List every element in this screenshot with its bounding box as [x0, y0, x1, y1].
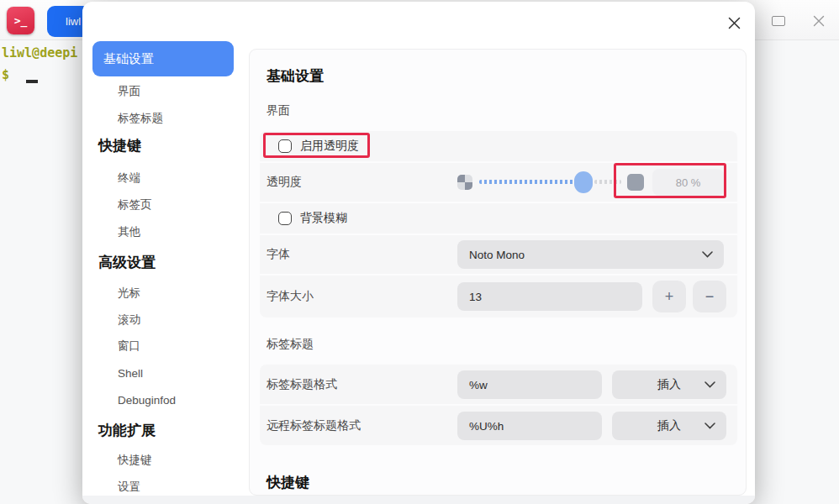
settings-sidebar: 基础设置 界面 标签标题 快捷键 终端 标签页 其他 高级设置 光标 滚动 窗口…	[82, 2, 249, 504]
sidebar-item-terminal[interactable]: 终端	[118, 169, 140, 187]
terminal-cursor	[26, 80, 38, 83]
close-icon	[813, 15, 825, 27]
chevron-down-icon	[704, 381, 715, 388]
page-title: 基础设置	[266, 66, 324, 86]
font-size-decrease-button[interactable]: −	[693, 281, 726, 312]
sidebar-header-shortcuts[interactable]: 快捷键	[98, 134, 141, 156]
blur-checkbox-group[interactable]: 背景模糊	[278, 211, 347, 226]
transparent-checker-icon	[457, 175, 472, 190]
sidebar-item-label: Debuginfod	[118, 394, 176, 407]
sidebar-item-label: 基础设置	[103, 51, 154, 67]
row-tab-title-format: 标签标题格式 %w 插入	[260, 365, 737, 404]
tab-title-insert-select[interactable]: 插入	[612, 370, 726, 399]
sidebar-item-label: 窗口	[118, 339, 140, 354]
row-background-blur: 背景模糊	[260, 203, 737, 234]
terminal-close-button[interactable]	[806, 10, 831, 32]
opaque-square-icon	[627, 174, 644, 191]
row-remote-tab-title-format: 远程标签标题格式 %U%h 插入	[260, 406, 737, 445]
sidebar-item-label: 设置	[118, 480, 140, 495]
opacity-value-field[interactable]: 80 %	[652, 169, 724, 196]
opacity-slider-track-empty[interactable]	[594, 180, 621, 184]
terminal-app-icon: >_	[7, 7, 34, 34]
sidebar-item-window[interactable]: 窗口	[118, 337, 140, 355]
sidebar-header-label: 功能扩展	[98, 421, 156, 440]
opacity-slider-thumb[interactable]	[574, 171, 593, 193]
maximize-button[interactable]	[766, 10, 791, 32]
dialog-close-button[interactable]	[722, 11, 746, 34]
sidebar-item-label: 光标	[118, 286, 140, 301]
sidebar-item-basic-settings[interactable]: 基础设置	[92, 41, 234, 76]
transparency-checkbox-label: 启用透明度	[300, 139, 359, 154]
font-size-increase-button[interactable]: +	[652, 281, 686, 312]
sidebar-item-tab-page[interactable]: 标签页	[118, 196, 152, 214]
section-label-tab-title: 标签标题	[266, 337, 314, 352]
terminal-tab-label: liwl	[66, 15, 81, 28]
opacity-label: 透明度	[266, 175, 302, 190]
sidebar-item-cursor[interactable]: 光标	[118, 284, 140, 302]
opacity-slider-track-filled[interactable]	[479, 180, 574, 184]
font-size-value: 13	[469, 291, 482, 303]
sidebar-header-extensions[interactable]: 功能扩展	[98, 419, 156, 441]
sidebar-item-debuginfod[interactable]: Debuginfod	[118, 391, 176, 409]
settings-dialog: 基础设置 界面 标签标题 快捷键 终端 标签页 其他 高级设置 光标 滚动 窗口…	[82, 2, 755, 504]
tab-title-format-label: 标签标题格式	[266, 377, 337, 392]
sidebar-item-label: 其他	[118, 224, 140, 239]
sidebar-item-others[interactable]: 其他	[118, 223, 140, 241]
sidebar-header-label: 高级设置	[98, 253, 156, 272]
sidebar-item-label: 快捷键	[118, 453, 152, 468]
row-opacity: 透明度 80 %	[260, 163, 737, 202]
terminal-output-line: liwl@deepi	[2, 45, 77, 60]
sidebar-header-advanced[interactable]: 高级设置	[98, 251, 156, 273]
sidebar-item-shell[interactable]: Shell	[118, 364, 143, 382]
section-title-shortcuts: 快捷键	[266, 473, 309, 492]
plus-icon: +	[665, 288, 674, 306]
font-select[interactable]: Noto Mono	[457, 240, 724, 269]
opacity-value: 80 %	[676, 176, 701, 189]
sidebar-item-label: 终端	[118, 171, 140, 186]
sidebar-item-scroll[interactable]: 滚动	[118, 311, 140, 329]
screen: >_ liwl liwl@deepi $ 基础设置 界面 标签标题	[0, 0, 839, 504]
remote-tab-title-format-input[interactable]: %U%h	[457, 412, 602, 440]
font-size-label: 字体大小	[266, 289, 314, 304]
close-icon	[728, 17, 741, 29]
blur-checkbox[interactable]	[278, 212, 292, 225]
tab-title-format-input[interactable]: %w	[457, 370, 602, 399]
chevron-down-icon	[702, 251, 713, 258]
sidebar-item-shortcuts[interactable]: 快捷键	[118, 451, 152, 470]
sidebar-item-label: 滚动	[118, 312, 140, 328]
settings-content: 基础设置 界面 启用透明度 透明度 80 %	[249, 49, 747, 496]
maximize-icon	[772, 16, 785, 26]
font-size-input[interactable]: 13	[457, 282, 642, 311]
section-label-interface: 界面	[266, 103, 290, 118]
sidebar-item-tab-title[interactable]: 标签标题	[118, 109, 163, 128]
sidebar-item-interface[interactable]: 界面	[118, 82, 140, 101]
remote-tab-title-format-label: 远程标签标题格式	[266, 418, 361, 433]
row-font-size: 字体大小 13 + −	[260, 276, 737, 318]
terminal-prompt: $	[2, 67, 9, 82]
font-select-value: Noto Mono	[457, 249, 724, 261]
row-font: 字体 Noto Mono	[260, 235, 737, 274]
remote-tab-title-insert-select[interactable]: 插入	[612, 412, 726, 440]
sidebar-item-label: 界面	[118, 84, 140, 99]
chevron-down-icon	[704, 423, 715, 429]
blur-checkbox-label: 背景模糊	[300, 211, 347, 226]
sidebar-item-settings[interactable]: 设置	[118, 478, 140, 496]
transparency-checkbox[interactable]	[278, 139, 292, 153]
sidebar-item-label: Shell	[118, 367, 143, 380]
tab-title-format-value: %w	[469, 379, 488, 391]
remote-tab-title-format-value: %U%h	[469, 420, 504, 433]
font-label: 字体	[266, 247, 290, 262]
minus-icon: −	[705, 288, 715, 306]
sidebar-item-label: 标签标题	[118, 111, 163, 126]
sidebar-item-label: 标签页	[118, 197, 152, 213]
transparency-checkbox-group[interactable]: 启用透明度	[278, 139, 359, 154]
sidebar-header-label: 快捷键	[98, 136, 141, 155]
row-enable-transparency: 启用透明度	[260, 131, 737, 161]
